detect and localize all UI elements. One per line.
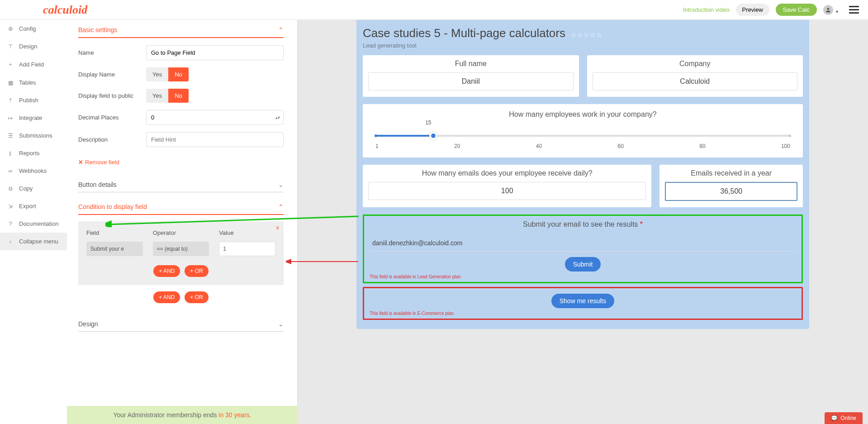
online-chat-badge[interactable]: 💬 Online bbox=[825, 412, 863, 424]
slider-dot-right bbox=[788, 134, 791, 137]
condition-box: x Field Operator Value bbox=[78, 221, 284, 285]
decimal-label: Decimal Places bbox=[78, 114, 146, 121]
show-results-box: Show me results This field is available … bbox=[363, 287, 803, 320]
copy-icon: ⧉ bbox=[7, 186, 14, 192]
section-title: Basic settings bbox=[78, 26, 117, 33]
sidebar-item-label: Copy bbox=[19, 185, 33, 192]
sidebar-item-design[interactable]: ⊤Design bbox=[0, 38, 67, 55]
gear-icon: ⚙ bbox=[7, 26, 14, 32]
outer-or-button[interactable]: + OR bbox=[185, 291, 208, 303]
plan-note-ecom: This field is available in E-Commerce pl… bbox=[370, 311, 796, 316]
condition-and-button[interactable]: + AND bbox=[153, 265, 180, 277]
section-title: Design bbox=[78, 320, 98, 328]
emails-daily-input[interactable] bbox=[368, 182, 646, 200]
sidebar-item-label: Export bbox=[19, 203, 36, 210]
submit-button[interactable]: Submit bbox=[565, 257, 601, 272]
name-input[interactable] bbox=[146, 45, 284, 60]
sidebar-item-integrate[interactable]: ↦Integrate bbox=[0, 109, 67, 127]
chat-icon: 💬 bbox=[831, 415, 838, 421]
name-label: Name bbox=[78, 49, 146, 56]
outer-and-button[interactable]: + AND bbox=[153, 291, 180, 303]
display-name-yes[interactable]: Yes bbox=[146, 67, 168, 81]
sidebar-item-label: Integrate bbox=[19, 114, 42, 121]
sidebar-item-label: Add Field bbox=[19, 61, 44, 68]
emails-daily-card: How many emails does your employee recei… bbox=[363, 165, 651, 207]
preview-area: Case studies 5 - Multi-page calculators … bbox=[298, 20, 868, 424]
sidebar-item-collapse[interactable]: ‹Collapse menu bbox=[0, 233, 67, 250]
list-icon: ☰ bbox=[7, 133, 14, 139]
condition-field-select[interactable] bbox=[86, 242, 143, 256]
publish-icon: ⇡ bbox=[7, 97, 14, 104]
condition-operator-label: Operator bbox=[153, 229, 209, 236]
sidebar-item-label: Submissions bbox=[19, 132, 52, 139]
remove-field-link[interactable]: ✕Remove field bbox=[78, 159, 119, 166]
calculator-title: Case studies 5 - Multi-page calculators bbox=[363, 26, 565, 40]
slider-value: 15 bbox=[425, 119, 431, 126]
emails-year-card: Emails received in a year 36,500 bbox=[659, 165, 803, 207]
chevron-down-icon: ⌄ bbox=[278, 320, 284, 328]
plan-note-lead: This field is available in Lead Generati… bbox=[370, 274, 796, 279]
employees-slider-card: How many employees work in your company?… bbox=[363, 104, 803, 157]
sidebar: ⚙Config ⊤Design ＋Add Field ▦Tables ⇡Publ… bbox=[0, 20, 67, 424]
sidebar-item-label: Webhooks bbox=[19, 167, 47, 174]
chevron-down-icon: ⌄ bbox=[278, 181, 284, 188]
design-icon: ⊤ bbox=[7, 43, 14, 50]
sidebar-item-label: Design bbox=[19, 43, 37, 50]
sidebar-item-label: Collapse menu bbox=[19, 238, 58, 245]
save-calc-button[interactable]: Save Calc bbox=[776, 4, 817, 16]
sidebar-item-tables[interactable]: ▦Tables bbox=[0, 74, 67, 91]
show-results-button[interactable]: Show me results bbox=[551, 294, 614, 308]
condition-header[interactable]: Condition to display field ⌃ bbox=[78, 197, 284, 215]
condition-close[interactable]: x bbox=[276, 224, 280, 231]
design-header[interactable]: Design ⌄ bbox=[78, 314, 284, 332]
emails-daily-label: How many emails does your employee recei… bbox=[368, 169, 646, 177]
company-label: Company bbox=[593, 60, 798, 68]
company-input[interactable] bbox=[593, 72, 798, 91]
sidebar-item-config[interactable]: ⚙Config bbox=[0, 20, 67, 38]
slider[interactable]: 15 1 20 40 60 80 bbox=[368, 127, 797, 149]
submit-email-box: Submit your email to see the results * S… bbox=[363, 214, 803, 283]
condition-operator-select[interactable] bbox=[153, 242, 209, 256]
avatar-icon bbox=[823, 5, 833, 15]
sidebar-item-add-field[interactable]: ＋Add Field bbox=[0, 55, 67, 74]
condition-value-input[interactable] bbox=[219, 242, 275, 256]
slider-thumb[interactable] bbox=[429, 132, 437, 140]
membership-footer: Your Administrator membership ends in 30… bbox=[67, 406, 298, 424]
user-menu[interactable]: ▾ bbox=[823, 5, 838, 15]
sidebar-item-documentation[interactable]: ?Documentation bbox=[0, 215, 67, 233]
fullname-input[interactable] bbox=[368, 72, 574, 91]
rating-stars[interactable]: ☆☆☆☆☆ bbox=[571, 31, 602, 38]
basic-settings-header[interactable]: Basic settings ⌃ bbox=[78, 20, 284, 38]
description-input[interactable] bbox=[146, 132, 284, 147]
sidebar-item-label: Reports bbox=[19, 150, 40, 157]
decimal-input[interactable] bbox=[146, 110, 284, 125]
plus-icon: ＋ bbox=[7, 61, 14, 68]
spinner-icon[interactable]: ▴▾ bbox=[275, 115, 280, 120]
slider-ticks: 1 20 40 60 80 100 bbox=[375, 143, 790, 149]
email-input[interactable] bbox=[370, 235, 796, 252]
introduction-video-link[interactable]: Introduction video bbox=[683, 6, 730, 13]
slider-fill bbox=[375, 135, 433, 137]
display-public-yes[interactable]: Yes bbox=[146, 89, 168, 103]
condition-or-button[interactable]: + OR bbox=[185, 265, 208, 277]
button-details-header[interactable]: Button details ⌄ bbox=[78, 175, 284, 192]
sidebar-item-copy[interactable]: ⧉Copy bbox=[0, 180, 67, 197]
section-title: Button details bbox=[78, 181, 117, 188]
slider-question: How many employees work in your company? bbox=[368, 110, 797, 119]
sidebar-item-export[interactable]: ⇲Export bbox=[0, 197, 67, 215]
sidebar-item-reports[interactable]: ⫿Reports bbox=[0, 144, 67, 162]
webhook-icon: ∞ bbox=[7, 168, 14, 174]
annotation-arrow-red bbox=[286, 257, 363, 266]
hamburger-menu[interactable] bbox=[849, 6, 859, 14]
condition-value-label: Value bbox=[219, 229, 275, 236]
sidebar-item-submissions[interactable]: ☰Submissions bbox=[0, 127, 67, 144]
sidebar-item-label: Config bbox=[19, 25, 36, 32]
company-card: Company bbox=[587, 55, 803, 97]
preview-button[interactable]: Preview bbox=[736, 4, 769, 16]
chevron-up-icon: ⌃ bbox=[278, 26, 284, 33]
sidebar-item-webhooks[interactable]: ∞Webhooks bbox=[0, 162, 67, 180]
sidebar-item-publish[interactable]: ⇡Publish bbox=[0, 91, 67, 109]
help-icon: ? bbox=[7, 221, 14, 227]
display-public-no[interactable]: No bbox=[168, 89, 189, 103]
display-name-no[interactable]: No bbox=[168, 67, 189, 81]
